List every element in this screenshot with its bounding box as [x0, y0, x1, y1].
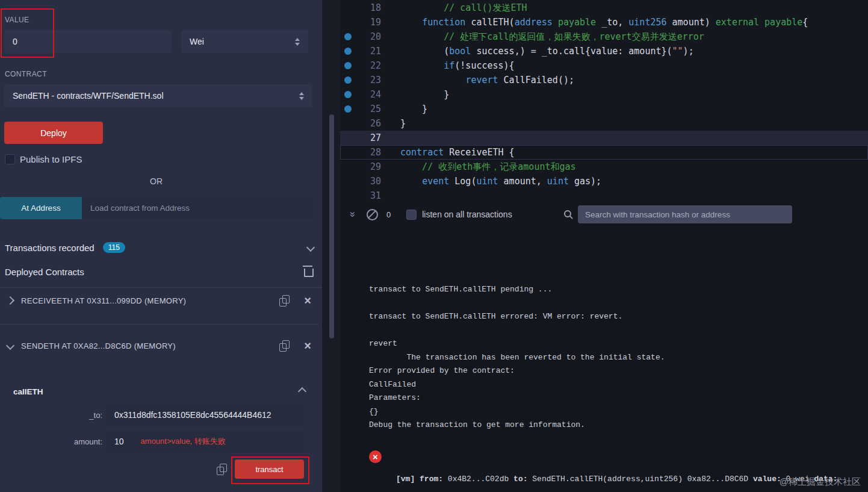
- copy-icon[interactable]: [279, 295, 290, 306]
- gutter[interactable]: [340, 131, 356, 145]
- deployed-contract-row[interactable]: SENDETH AT 0XA82...D8C6D (MEMORY)×: [0, 336, 318, 355]
- gutter-space: [344, 19, 352, 26]
- transact-button[interactable]: transact: [235, 459, 304, 479]
- breakpoint-icon[interactable]: [344, 76, 352, 84]
- terminal-line: Error provided by the contract:: [369, 364, 868, 378]
- line-number: 29: [356, 160, 381, 174]
- at-address-button[interactable]: At Address: [0, 197, 82, 219]
- copy-icon[interactable]: [279, 340, 290, 351]
- value-input[interactable]: 0: [4, 30, 172, 53]
- clear-console-icon[interactable]: [367, 209, 378, 220]
- code-line-29[interactable]: 29 // 收到eth事件，记录amount和gas: [340, 160, 868, 174]
- code-line-22[interactable]: 22 if(!success){: [340, 58, 868, 73]
- code-line-28[interactable]: 28contract ReceiveETH {: [340, 145, 868, 160]
- field-input[interactable]: 0x311d8dfc1358105E8dc45564444B4612: [107, 404, 303, 426]
- gutter[interactable]: [340, 30, 356, 44]
- divider: [0, 287, 322, 288]
- chevron-up-icon[interactable]: [298, 387, 306, 396]
- gutter-space: [344, 192, 352, 199]
- contract-select[interactable]: SendETH - contracts/WTF/SendETH.sol: [4, 84, 312, 107]
- gutter[interactable]: [340, 116, 356, 131]
- line-number: 21: [356, 44, 381, 58]
- field-warning: amount>value, 转账失败: [141, 436, 226, 447]
- deployed-contract-row[interactable]: RECEIVEETH AT 0X311...099DD (MEMORY)×: [0, 291, 318, 310]
- code-editor[interactable]: 18 // call()发送ETH19 function callETH(add…: [340, 0, 868, 204]
- gutter[interactable]: [340, 44, 356, 58]
- code-line-19[interactable]: 19 function callETH(address payable _to,…: [340, 15, 868, 30]
- code-text: // 处理下call的返回值，如果失败，revert交易并发送error: [400, 30, 704, 44]
- close-icon[interactable]: ×: [304, 294, 311, 307]
- gutter[interactable]: [340, 174, 356, 188]
- code-line-18[interactable]: 18 // call()发送ETH: [340, 1, 868, 15]
- line-number: 27: [356, 131, 381, 145]
- select-arrows-icon: [295, 38, 300, 46]
- gutter[interactable]: [340, 1, 356, 15]
- code-text: }: [400, 102, 427, 116]
- field-input[interactable]: 10amount>value, 转账失败: [107, 431, 303, 452]
- deploy-button[interactable]: Deploy: [4, 122, 103, 144]
- value-input-text: 0: [13, 37, 17, 46]
- gutter[interactable]: [340, 188, 356, 203]
- line-number: 24: [356, 87, 381, 102]
- gutter-space: [344, 149, 352, 156]
- code-line-25[interactable]: 25 }: [340, 102, 868, 116]
- breakpoint-icon[interactable]: [344, 91, 352, 98]
- breakpoint-icon[interactable]: [344, 62, 352, 69]
- line-number: 28: [356, 145, 381, 160]
- field-value: 10: [114, 437, 124, 446]
- copy-icon[interactable]: [217, 464, 227, 475]
- code-text: function callETH(address payable _to, ui…: [400, 15, 808, 30]
- value-label: VALUE: [5, 16, 29, 24]
- gutter[interactable]: [340, 160, 356, 174]
- close-icon[interactable]: ×: [304, 340, 311, 352]
- breakpoint-icon[interactable]: [344, 33, 352, 40]
- at-address-input[interactable]: Load contract from Address: [82, 197, 312, 219]
- gutter[interactable]: [340, 58, 356, 73]
- gutter[interactable]: [340, 87, 356, 102]
- code-line-31[interactable]: 31: [340, 188, 868, 203]
- terminal-output: transact to SendETH.callETH pending ... …: [340, 225, 868, 492]
- trash-icon[interactable]: [304, 269, 314, 277]
- terminal-search-input[interactable]: [578, 205, 792, 223]
- code-text: }: [400, 116, 406, 131]
- chevron-right-icon[interactable]: [6, 296, 14, 305]
- code-line-20[interactable]: 20 // 处理下call的返回值，如果失败，revert交易并发送error: [340, 30, 868, 44]
- line-number: 31: [356, 188, 381, 203]
- chevron-down-icon[interactable]: [6, 341, 14, 350]
- gutter[interactable]: [340, 102, 356, 116]
- terminal-line: Parameters:: [369, 391, 868, 405]
- function-field-row: amount:10amount>value, 转账失败: [4, 431, 308, 452]
- code-line-30[interactable]: 30 event Log(uint amount, uint gas);: [340, 174, 868, 188]
- function-name: callETH: [13, 387, 299, 396]
- expand-terminal-icon[interactable]: »: [347, 209, 359, 220]
- line-number: 18: [356, 1, 381, 15]
- at-address-placeholder: Load contract from Address: [90, 204, 190, 213]
- gutter[interactable]: [340, 73, 356, 87]
- terminal-toolbar: » 0 listen on all transactions: [340, 204, 868, 226]
- breakpoint-icon[interactable]: [344, 48, 352, 55]
- publish-ipfs-checkbox[interactable]: [5, 154, 15, 164]
- gutter[interactable]: [340, 15, 356, 30]
- divider: [0, 324, 318, 325]
- code-line-21[interactable]: 21 (bool success,) = _to.call{value: amo…: [340, 44, 868, 58]
- field-label: _to:: [4, 411, 107, 420]
- code-line-24[interactable]: 24 }: [340, 87, 868, 102]
- code-line-26[interactable]: 26}: [340, 116, 868, 131]
- terminal-log: transact to SendETH.callETH pending ... …: [369, 283, 868, 432]
- gutter-space: [344, 163, 352, 170]
- breakpoint-icon[interactable]: [344, 105, 352, 113]
- terminal-line: The transaction has been reverted to the…: [369, 351, 868, 365]
- code-line-23[interactable]: 23 revert CallFailed();: [340, 73, 868, 87]
- publish-ipfs-label: Publish to IPFS: [20, 154, 82, 164]
- function-header[interactable]: callETH: [0, 383, 312, 400]
- panel-scrollbar-thumb[interactable]: [329, 114, 334, 338]
- function-field-row: _to:0x311d8dfc1358105E8dc45564444B4612: [4, 404, 308, 426]
- chevron-down-icon[interactable]: [306, 243, 315, 252]
- or-label: OR: [0, 176, 312, 186]
- unit-select[interactable]: Wei: [181, 30, 308, 53]
- listen-all-checkbox[interactable]: [406, 210, 417, 220]
- transactions-recorded-header[interactable]: Transactions recorded 115: [5, 240, 314, 255]
- code-line-27[interactable]: 27: [340, 131, 868, 145]
- gutter[interactable]: [340, 145, 356, 160]
- code-text: event Log(uint amount, uint gas);: [400, 174, 601, 188]
